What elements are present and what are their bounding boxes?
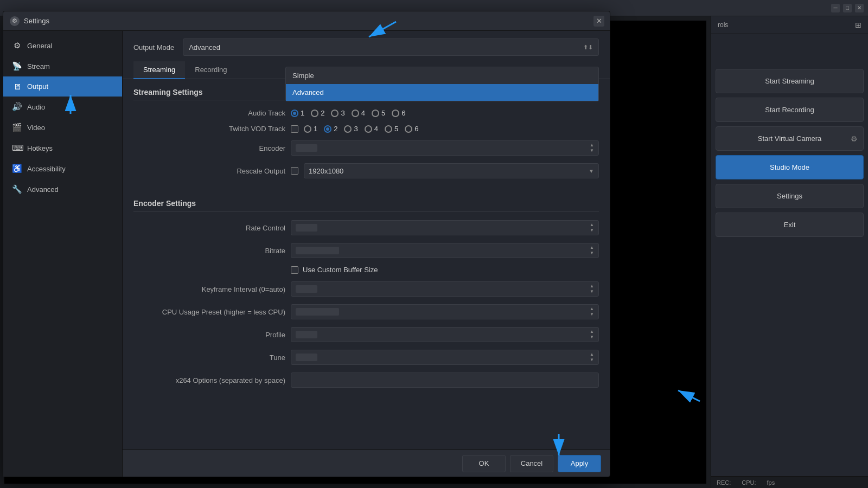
bitrate-row: Bitrate ▲ ▼ [133,243,599,258]
vod-track-1[interactable]: 1 [304,125,317,133]
audio-icon: 🔊 [12,102,22,112]
output-mode-row: Output Mode Advanced ⬆⬇ [123,31,610,61]
audio-track-3[interactable]: 3 [331,109,344,117]
audio-track-5[interactable]: 5 [372,109,385,117]
vod-track-3[interactable]: 3 [344,125,358,133]
vod-track-6[interactable]: 6 [405,125,418,133]
dropdown-advanced[interactable]: Advanced [286,84,598,101]
start-streaming-button[interactable]: Start Streaming [716,69,864,93]
hotkeys-icon: ⌨ [12,143,22,153]
bitrate-arrows: ▲ ▼ [590,243,594,258]
output-icon: 🖥 [12,82,22,91]
rescale-output-select[interactable]: 1920x1080 ▼ [304,163,599,178]
studio-mode-button[interactable]: Studio Mode [716,155,864,179]
audio-track-6[interactable]: 6 [392,109,405,117]
keyframe-interval-label: Keyframe Interval (0=auto) [133,285,285,293]
output-mode-value: Advanced [189,43,220,52]
obs-close-button[interactable]: ✕ [855,4,864,12]
cpu-usage-preset-label: CPU Usage Preset (higher = less CPU) [133,308,285,316]
x264-options-input[interactable] [291,373,599,388]
tune-row: Tune ▲ ▼ [133,350,599,365]
twitch-vod-label: Twitch VOD Track [133,125,285,133]
sidebar-item-audio[interactable]: 🔊 Audio [3,97,122,117]
radio-4-circle [352,110,359,117]
audio-track-1[interactable]: 1 [291,109,304,117]
cpu-preset-placeholder [296,308,339,316]
settings-dialog: ⚙ Settings ✕ ⚙ General 📡 Stream 🖥 Output… [3,11,610,477]
sidebar-item-accessibility[interactable]: ♿ Accessibility [3,158,122,179]
minimize-button[interactable]: ─ [831,4,840,12]
apply-button[interactable]: Apply [558,455,601,472]
vod-radio-6-circle [405,125,412,133]
rescale-checkbox-box [291,167,298,175]
cpu-usage-preset-select[interactable]: ▲ ▼ [291,304,599,319]
settings-main-area: Output Mode Advanced ⬆⬇ Simple Advanced … [123,31,610,477]
encoder-placeholder [296,144,317,152]
settings-button[interactable]: Settings [716,184,864,208]
settings-sidebar: ⚙ General 📡 Stream 🖥 Output 🔊 Audio 🎬 Vi… [3,31,123,477]
bitrate-label: Bitrate [133,247,285,255]
vod-track-radio-group: 1 2 3 4 [304,125,418,133]
encoder-row: Encoder ▲ ▼ [133,140,599,156]
sidebar-item-video[interactable]: 🎬 Video [3,117,122,138]
rec-label: REC: [717,479,731,486]
profile-label: Profile [133,331,285,339]
settings-scrollable-content[interactable]: Streaming Settings Audio Track 1 2 [123,79,610,450]
rescale-output-label: Rescale Output [133,167,285,175]
rate-control-placeholder [296,224,317,232]
start-virtual-camera-button[interactable]: Start Virtual Camera ⚙ [716,126,864,151]
dialog-close-button[interactable]: ✕ [593,16,604,27]
keyframe-interval-row: Keyframe Interval (0=auto) ▲ ▼ [133,281,599,297]
maximize-button[interactable]: □ [843,4,852,12]
sidebar-item-output[interactable]: 🖥 Output [3,76,122,97]
vod-track-5[interactable]: 5 [385,125,398,133]
sidebar-label-audio: Audio [27,103,45,111]
audio-track-row: Audio Track 1 2 3 [133,109,599,117]
audio-track-radio-group: 1 2 3 4 [291,109,405,117]
rescale-output-checkbox[interactable] [291,167,298,175]
vod-radio-3-circle [344,125,352,133]
dropdown-simple[interactable]: Simple [286,67,598,84]
custom-buffer-checkbox-box [291,266,298,274]
start-recording-button[interactable]: Start Recording [716,98,864,122]
custom-buffer-checkbox[interactable]: Use Custom Buffer Size [291,266,378,274]
sidebar-item-stream[interactable]: 📡 Stream [3,56,122,76]
profile-arrows: ▲ ▼ [590,328,594,342]
rate-control-arrows: ▲ ▼ [590,221,594,235]
radio-6-circle [392,110,399,117]
rate-control-row: Rate Control ▲ ▼ [133,220,599,235]
stream-icon: 📡 [12,61,22,71]
sidebar-item-advanced[interactable]: 🔧 Advanced [3,179,122,200]
sidebar-item-general[interactable]: ⚙ General [3,35,122,56]
ok-button[interactable]: OK [462,455,506,472]
virtual-camera-gear-icon: ⚙ [851,134,858,143]
custom-buffer-label: Use Custom Buffer Size [303,266,378,274]
tune-select[interactable]: ▲ ▼ [291,350,599,365]
twitch-vod-checkbox[interactable] [291,125,298,133]
profile-select[interactable]: ▲ ▼ [291,327,599,342]
settings-icon: ⚙ [10,16,20,26]
output-mode-select[interactable]: Advanced ⬆⬇ [183,38,599,56]
audio-track-4[interactable]: 4 [352,109,365,117]
sidebar-label-advanced: Advanced [27,185,59,194]
sidebar-item-hotkeys[interactable]: ⌨ Hotkeys [3,138,122,158]
custom-buffer-row: Use Custom Buffer Size [133,266,599,274]
audio-track-2[interactable]: 2 [311,109,324,117]
vod-radio-2-circle [324,125,331,133]
bitrate-input[interactable]: ▲ ▼ [291,243,599,258]
vod-track-4[interactable]: 4 [365,125,378,133]
tab-recording[interactable]: Recording [185,61,237,79]
rate-control-select[interactable]: ▲ ▼ [291,220,599,235]
tab-streaming[interactable]: Streaming [133,61,185,79]
general-icon: ⚙ [12,41,22,50]
vod-track-2[interactable]: 2 [324,125,337,133]
cpu-usage-preset-row: CPU Usage Preset (higher = less CPU) ▲ ▼ [133,304,599,319]
cancel-button[interactable]: Cancel [510,455,553,472]
rate-control-label: Rate Control [133,224,285,232]
encoder-select[interactable]: ▲ ▼ [291,140,599,156]
encoder-settings-header: Encoder Settings [133,199,599,211]
cpu-label: CPU: [742,479,756,486]
vod-radio-5-circle [385,125,392,133]
exit-button[interactable]: Exit [716,213,864,237]
keyframe-interval-input[interactable]: ▲ ▼ [291,281,599,297]
